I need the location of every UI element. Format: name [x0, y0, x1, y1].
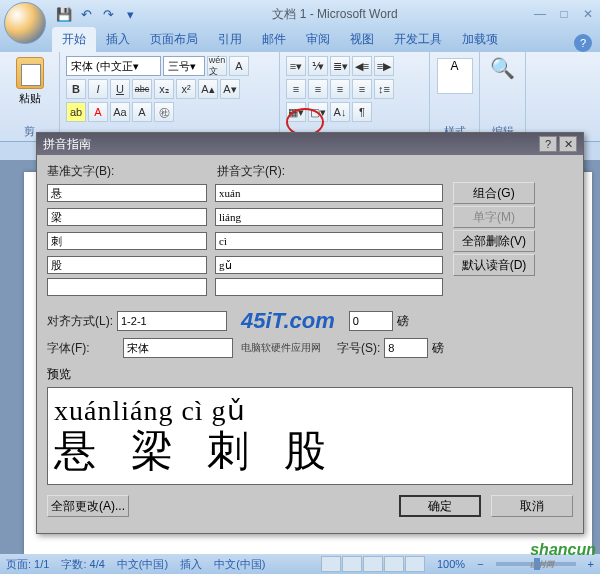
- ruby-text-label: 拼音文字(R):: [217, 163, 455, 180]
- base-text-label: 基准文字(B):: [47, 163, 217, 180]
- zoom-level[interactable]: 100%: [437, 558, 465, 570]
- help-icon[interactable]: ?: [574, 34, 592, 52]
- grow-font-button[interactable]: A▴: [198, 79, 218, 99]
- maximize-button[interactable]: □: [556, 7, 572, 21]
- char-shading-button[interactable]: A: [132, 102, 152, 122]
- enclose-char-button[interactable]: ㊓: [154, 102, 174, 122]
- superscript-button[interactable]: x²: [176, 79, 196, 99]
- preview-base-text: 悬 梁 刺 股: [54, 423, 566, 479]
- underline-button[interactable]: U: [110, 79, 130, 99]
- borders-button[interactable]: ▢▾: [308, 102, 328, 122]
- redo-icon[interactable]: ↷: [100, 6, 116, 22]
- shading-button[interactable]: ▦▾: [286, 102, 306, 122]
- qat-more-icon[interactable]: ▾: [122, 6, 138, 22]
- status-mode[interactable]: 插入: [180, 557, 202, 572]
- paste-button[interactable]: 粘贴: [10, 56, 50, 106]
- status-words[interactable]: 字数: 4/4: [61, 557, 104, 572]
- base-input-1[interactable]: [47, 208, 207, 226]
- indent-left-button[interactable]: ◀≡: [352, 56, 372, 76]
- change-case-button[interactable]: Aa: [110, 102, 130, 122]
- ruby-input-1[interactable]: [215, 208, 443, 226]
- preview-box: xuánliáng cì gǔ 悬 梁 刺 股: [47, 387, 573, 485]
- font-color-button[interactable]: A: [88, 102, 108, 122]
- draft-view-button[interactable]: [405, 556, 425, 572]
- size-spinner[interactable]: [384, 338, 428, 358]
- site-watermark: shancun山村网: [530, 541, 596, 570]
- font-combo[interactable]: [123, 338, 233, 358]
- find-button[interactable]: 🔍: [486, 56, 519, 80]
- tab-view[interactable]: 视图: [340, 27, 384, 52]
- subscript-button[interactable]: x₂: [154, 79, 174, 99]
- dialog-close-button[interactable]: ✕: [559, 136, 577, 152]
- clear-all-button[interactable]: 全部删除(V): [453, 230, 535, 252]
- ruby-input-0[interactable]: [215, 184, 443, 202]
- tab-references[interactable]: 引用: [208, 27, 252, 52]
- office-button[interactable]: [4, 2, 46, 44]
- offset-unit: 磅: [397, 313, 409, 330]
- zoom-out-button[interactable]: −: [477, 558, 483, 570]
- tab-layout[interactable]: 页面布局: [140, 27, 208, 52]
- size-unit: 磅: [432, 340, 444, 357]
- outline-view-button[interactable]: [384, 556, 404, 572]
- combine-button[interactable]: 组合(G): [453, 182, 535, 204]
- phonetic-guide-dialog: 拼音指南 ? ✕ 基准文字(B): 拼音文字(R): 组合(G) 单字(M) 全…: [36, 132, 584, 534]
- base-input-3[interactable]: [47, 256, 207, 274]
- tab-home[interactable]: 开始: [52, 27, 96, 52]
- minimize-button[interactable]: —: [532, 7, 548, 21]
- quick-styles-button[interactable]: A: [437, 58, 473, 94]
- font-size-combo[interactable]: 三号 ▾: [163, 56, 205, 76]
- tab-mail[interactable]: 邮件: [252, 27, 296, 52]
- indent-right-button[interactable]: ≡▶: [374, 56, 394, 76]
- size-label: 字号(S):: [337, 340, 380, 357]
- sort-button[interactable]: A↓: [330, 102, 350, 122]
- tab-addins[interactable]: 加载项: [452, 27, 508, 52]
- watermark-logo: 45iT.com: [241, 308, 335, 334]
- font-label: 字体(F):: [47, 340, 119, 357]
- status-lang2[interactable]: 中文(中国): [214, 557, 265, 572]
- base-input-0[interactable]: [47, 184, 207, 202]
- align-center-button[interactable]: ≡: [308, 79, 328, 99]
- show-marks-button[interactable]: ¶: [352, 102, 372, 122]
- status-page[interactable]: 页面: 1/1: [6, 557, 49, 572]
- print-layout-view-button[interactable]: [321, 556, 341, 572]
- numbering-button[interactable]: ⅟▾: [308, 56, 328, 76]
- shrink-font-button[interactable]: A▾: [220, 79, 240, 99]
- highlight-button[interactable]: ab: [66, 102, 86, 122]
- ruby-input-2[interactable]: [215, 232, 443, 250]
- font-name-combo[interactable]: 宋体 (中文正 ▾: [66, 56, 161, 76]
- tab-developer[interactable]: 开发工具: [384, 27, 452, 52]
- single-button[interactable]: 单字(M): [453, 206, 535, 228]
- cancel-button[interactable]: 取消: [491, 495, 573, 517]
- close-button[interactable]: ✕: [580, 7, 596, 21]
- char-border-button[interactable]: A: [229, 56, 249, 76]
- default-reading-button[interactable]: 默认读音(D): [453, 254, 535, 276]
- align-right-button[interactable]: ≡: [330, 79, 350, 99]
- dialog-help-button[interactable]: ?: [539, 136, 557, 152]
- tab-review[interactable]: 审阅: [296, 27, 340, 52]
- change-all-button[interactable]: 全部更改(A)...: [47, 495, 129, 517]
- undo-icon[interactable]: ↶: [78, 6, 94, 22]
- preview-label: 预览: [47, 366, 573, 383]
- ruby-input-4[interactable]: [215, 278, 443, 296]
- bullets-button[interactable]: ≡▾: [286, 56, 306, 76]
- status-lang1[interactable]: 中文(中国): [117, 557, 168, 572]
- tab-insert[interactable]: 插入: [96, 27, 140, 52]
- align-combo[interactable]: [117, 311, 227, 331]
- save-icon[interactable]: 💾: [56, 6, 72, 22]
- strike-button[interactable]: abc: [132, 79, 152, 99]
- multilevel-button[interactable]: ≣▾: [330, 56, 350, 76]
- base-input-4[interactable]: [47, 278, 207, 296]
- ok-button[interactable]: 确定: [399, 495, 481, 517]
- italic-button[interactable]: I: [88, 79, 108, 99]
- clipboard-group-label: 剪: [24, 122, 35, 139]
- web-layout-view-button[interactable]: [363, 556, 383, 572]
- align-left-button[interactable]: ≡: [286, 79, 306, 99]
- align-justify-button[interactable]: ≡: [352, 79, 372, 99]
- ruby-input-3[interactable]: [215, 256, 443, 274]
- full-screen-view-button[interactable]: [342, 556, 362, 572]
- line-spacing-button[interactable]: ↕≡: [374, 79, 394, 99]
- base-input-2[interactable]: [47, 232, 207, 250]
- bold-button[interactable]: B: [66, 79, 86, 99]
- phonetic-guide-button[interactable]: wén文: [207, 56, 227, 76]
- offset-spinner[interactable]: [349, 311, 393, 331]
